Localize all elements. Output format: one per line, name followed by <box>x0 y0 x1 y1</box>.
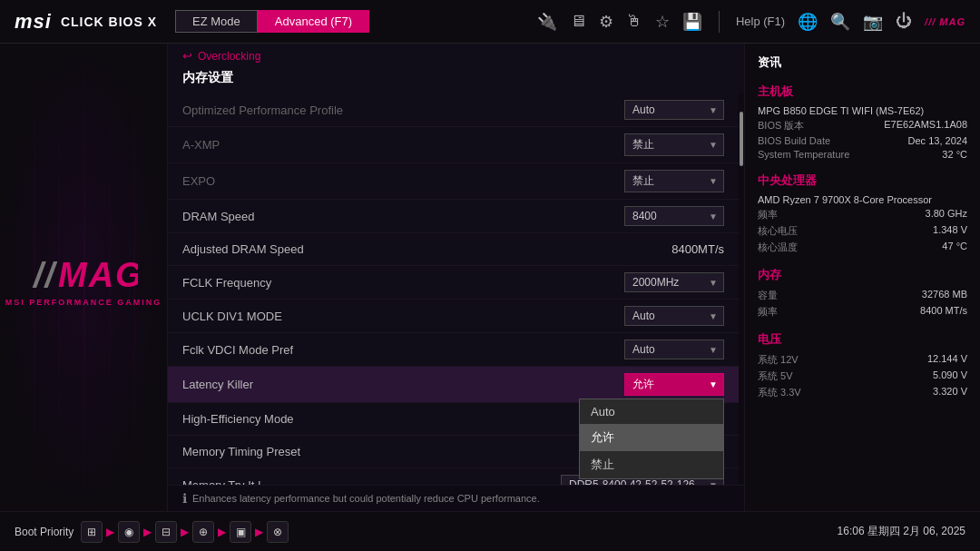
camera-icon[interactable]: 📷 <box>863 12 883 32</box>
cpu-icon[interactable]: 🖥 <box>570 12 586 31</box>
info-voltage: 电压 系统 12V 12.144 V 系统 5V 5.090 V 系统 3.3V… <box>758 331 967 399</box>
svg-text:MAG: MAG <box>58 256 138 294</box>
setting-value-latency-killer: 允许 ▼ Auto 允许 禁止 <box>624 373 724 396</box>
footer-icon-1[interactable]: ⊞ <box>81 521 103 543</box>
settings-icon[interactable]: ⚙ <box>599 12 613 32</box>
info-memory: 内存 容量 32768 MB 频率 8400 MT/s <box>758 267 967 319</box>
setting-row-axmp[interactable]: A-XMP 禁止 ▼ <box>168 127 739 163</box>
power-icon[interactable]: ⏻ <box>896 12 912 31</box>
globe-icon[interactable]: 🌐 <box>798 12 818 32</box>
adjusted-dram-value: 8400MT/s <box>642 242 724 256</box>
voltage-33v-label: 系统 3.3V <box>758 386 801 399</box>
setting-row-fclk-vdci[interactable]: Fclk VDCI Mode Pref Auto ▼ <box>168 333 739 367</box>
setting-row-uclk[interactable]: UCLK DIV1 MODE Auto ▼ <box>168 300 739 333</box>
dropdown-arrow-fclk-vdci: ▼ <box>709 345 718 355</box>
motherboard-model: MPG B850 EDGE TI WIFI (MS-7E62) <box>758 105 967 116</box>
search-icon[interactable]: 🔍 <box>830 12 850 32</box>
voltage-33v-row: 系统 3.3V 3.320 V <box>758 386 967 399</box>
system-temp-value: 32 °C <box>942 149 967 160</box>
setting-value-fclk-vdci: Auto ▼ <box>624 339 724 359</box>
setting-label-memory-try: Memory Try It ! <box>182 478 561 486</box>
help-button[interactable]: Help (F1) <box>736 15 785 28</box>
mag-logo-right: /// MAG <box>925 16 965 27</box>
info-section-title: 资讯 <box>758 54 967 71</box>
hint-bar: ℹ Enhances latency performance but could… <box>168 485 744 511</box>
footer-datetime: 16:06 星期四 2月 06, 2025 <box>838 524 965 539</box>
dropdown-dram-speed[interactable]: 8400 ▼ <box>624 206 724 226</box>
setting-label-dram-speed: DRAM Speed <box>182 210 624 223</box>
setting-value-expo: 禁止 ▼ <box>624 170 724 192</box>
cpu-title: 中央处理器 <box>758 172 967 189</box>
footer-arrow-1: ▶ <box>106 526 114 538</box>
setting-label-expo: EXPO <box>182 174 624 188</box>
dropdown-fclk[interactable]: 2000MHz ▼ <box>624 272 724 292</box>
footer-icon-6[interactable]: ⊗ <box>267 521 289 543</box>
dropdown-latency-killer[interactable]: 允许 ▼ <box>624 373 724 396</box>
setting-value-uclk: Auto ▼ <box>624 306 724 326</box>
setting-label-fclk: FCLK Frequency <box>182 276 624 290</box>
setting-value-adjusted-dram: 8400MT/s <box>642 242 724 256</box>
setting-row-dram-speed[interactable]: DRAM Speed 8400 ▼ <box>168 200 739 233</box>
setting-row-fclk[interactable]: FCLK Frequency 2000MHz ▼ <box>168 266 739 300</box>
bios-build-row: BIOS Build Date Dec 13, 2024 <box>758 135 967 146</box>
voltage-5v-row: 系统 5V 5.090 V <box>758 369 967 383</box>
cpu-freq-label: 频率 <box>758 208 778 221</box>
screen-icon[interactable]: 🖱 <box>626 12 642 31</box>
dropdown-fclk-vdci[interactable]: Auto ▼ <box>624 339 724 359</box>
footer-icon-2[interactable]: ◉ <box>118 521 140 543</box>
cpu-temp-row: 核心温度 47 °C <box>758 241 967 254</box>
setting-row-latency-killer[interactable]: Latency Killer 允许 ▼ Auto 允许 禁止 <box>168 367 739 403</box>
header: msi CLICK BIOS X EZ Mode Advanced (F7) 🔌… <box>0 0 980 44</box>
dropdown-arrow-fclk: ▼ <box>709 278 718 288</box>
system-temp-label: System Temperature <box>758 149 849 160</box>
advanced-mode-button[interactable]: Advanced (F7) <box>258 10 369 33</box>
scroll-indicator[interactable] <box>739 93 744 485</box>
memory-freq-row: 频率 8400 MT/s <box>758 305 967 319</box>
setting-label-axmp: A-XMP <box>182 138 624 152</box>
popup-option-allow[interactable]: 允许 <box>580 424 723 451</box>
motherboard-title: 主机板 <box>758 84 967 100</box>
ez-mode-button[interactable]: EZ Mode <box>175 10 258 33</box>
setting-row-expo[interactable]: EXPO 禁止 ▼ <box>168 163 739 200</box>
popup-option-disable[interactable]: 禁止 <box>580 451 723 478</box>
footer-icon-4[interactable]: ⊕ <box>192 521 214 543</box>
mag-logo-svg: // MAG <box>29 249 138 294</box>
cpu-freq-value: 3.80 GHz <box>926 208 967 221</box>
svg-text://: // <box>32 256 58 294</box>
dropdown-arrow-expo: ▼ <box>709 176 718 186</box>
dropdown-uclk[interactable]: Auto ▼ <box>624 306 724 326</box>
bios-title: CLICK BIOS X <box>61 15 157 29</box>
setting-value-axmp: 禁止 ▼ <box>624 133 724 156</box>
memory-title: 内存 <box>758 267 967 283</box>
header-right: 🔌 🖥 ⚙ 🖱 ☆ 💾 Help (F1) 🌐 🔍 📷 ⏻ /// MAG <box>537 11 965 33</box>
setting-label-optimized: Optimized Performance Profile <box>182 103 624 117</box>
content-with-scroll: Optimized Performance Profile Auto ▼ A-X… <box>168 93 744 485</box>
footer-arrow-3: ▶ <box>181 526 189 538</box>
memory-freq-value: 8400 MT/s <box>920 305 967 319</box>
breadcrumb: ↩ Overclocking <box>168 44 744 68</box>
footer-icon-3[interactable]: ⊟ <box>155 521 177 543</box>
msi-perf-text: MSI PERFORMANCE GAMING <box>5 298 162 307</box>
memory-capacity-value: 32768 MB <box>922 289 967 302</box>
mode-switcher: EZ Mode Advanced (F7) <box>175 10 369 33</box>
footer-icons: ⊞ ▶ ◉ ▶ ⊟ ▶ ⊕ ▶ ▣ ▶ ⊗ <box>81 521 289 543</box>
footer-left: Boot Priority ⊞ ▶ ◉ ▶ ⊟ ▶ ⊕ ▶ ▣ ▶ ⊗ <box>15 521 289 543</box>
footer-arrow-4: ▶ <box>218 526 226 538</box>
save-icon[interactable]: 💾 <box>682 12 702 32</box>
dropdown-optimized[interactable]: Auto ▼ <box>624 100 724 120</box>
dropdown-arrow-dram-speed: ▼ <box>709 212 718 221</box>
dropdown-arrow-uclk: ▼ <box>709 311 718 321</box>
star-icon[interactable]: ☆ <box>655 12 670 32</box>
dropdown-expo[interactable]: 禁止 ▼ <box>624 170 724 192</box>
footer-icon-5[interactable]: ▣ <box>230 521 251 543</box>
voltage-5v-label: 系统 5V <box>758 369 793 383</box>
usb-icon[interactable]: 🔌 <box>537 12 557 32</box>
popup-option-auto[interactable]: Auto <box>580 399 723 424</box>
hint-icon: ℹ <box>182 491 187 506</box>
voltage-title: 电压 <box>758 331 967 348</box>
voltage-12v-label: 系统 12V <box>758 353 799 367</box>
dropdown-axmp[interactable]: 禁止 ▼ <box>624 133 724 156</box>
setting-row-optimized[interactable]: Optimized Performance Profile Auto ▼ <box>168 93 739 127</box>
mag-brand: // MAG <box>29 249 138 294</box>
cpu-volt-label: 核心电压 <box>758 224 798 238</box>
